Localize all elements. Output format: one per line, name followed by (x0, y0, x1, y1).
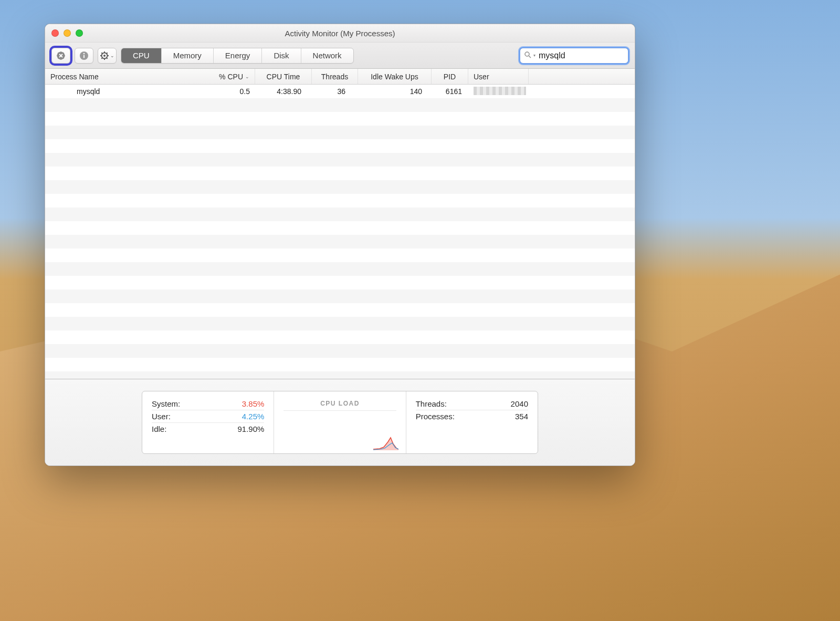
svg-point-16 (525, 52, 529, 56)
search-field[interactable]: ▾ ✕ (520, 48, 628, 64)
info-icon (79, 51, 89, 60)
info-button[interactable] (75, 48, 93, 64)
window-title: Activity Monitor (My Processes) (285, 29, 395, 38)
cell-user (468, 87, 531, 97)
stats-left: System: 3.85% User: 4.25% Idle: 91.90% (142, 391, 274, 453)
search-icon (524, 51, 531, 60)
col-pct-cpu[interactable]: % CPU ⌄ (208, 69, 255, 84)
titlebar: Activity Monitor (My Processes) (45, 24, 635, 43)
processes-value: 354 (515, 412, 528, 421)
minimize-window-button[interactable] (64, 29, 71, 37)
stop-process-button[interactable] (51, 48, 70, 64)
col-idle-wake-ups[interactable]: Idle Wake Ups (358, 69, 432, 84)
toolbar: ⌄ CPU Memory Energy Disk Network ▾ ✕ (45, 43, 635, 69)
table-row[interactable]: mysqld 0.5 4:38.90 36 140 6161 (45, 85, 635, 98)
col-user[interactable]: User (468, 69, 529, 84)
col-cpu-time[interactable]: CPU Time (255, 69, 312, 84)
svg-point-4 (83, 53, 85, 54)
cpu-load-title: CPU LOAD (284, 398, 396, 411)
threads-value: 2040 (511, 399, 528, 408)
svg-line-13 (106, 57, 107, 58)
idle-label: Idle: (152, 425, 166, 433)
column-headers: Process Name % CPU ⌄ CPU Time Threads Id… (45, 69, 635, 85)
gear-icon (100, 51, 109, 60)
svg-line-17 (529, 56, 531, 58)
cpu-load-sparkline-icon (373, 434, 398, 450)
system-label: System: (152, 399, 180, 408)
process-table[interactable]: mysqld 0.5 4:38.90 36 140 6161 (45, 85, 635, 379)
traffic-lights (51, 29, 83, 37)
cell-pid: 6161 (432, 87, 468, 96)
tab-segmented-control: CPU Memory Energy Disk Network (121, 48, 354, 64)
stop-icon (56, 51, 66, 60)
cell-idle-wake: 140 (358, 87, 432, 96)
footer: System: 3.85% User: 4.25% Idle: 91.90% C… (45, 379, 635, 465)
options-menu-button[interactable]: ⌄ (98, 48, 117, 64)
tab-cpu[interactable]: CPU (121, 48, 162, 63)
cell-pct-cpu: 0.5 (208, 87, 255, 96)
search-scope-chevron-icon[interactable]: ▾ (533, 53, 536, 58)
activity-monitor-window: Activity Monitor (My Processes) ⌄ CPU Me… (45, 24, 635, 466)
stats-right: Threads: 2040 Processes: 354 (406, 391, 538, 453)
tab-energy[interactable]: Energy (214, 48, 262, 63)
threads-label: Threads: (416, 399, 447, 408)
chevron-down-icon: ⌄ (110, 53, 114, 58)
svg-line-12 (101, 53, 102, 54)
tab-network[interactable]: Network (301, 48, 353, 63)
search-input[interactable] (539, 51, 635, 60)
user-label: User: (152, 412, 171, 421)
processes-label: Processes: (416, 412, 455, 421)
redacted-username (474, 87, 526, 95)
sort-desc-icon: ⌄ (245, 74, 249, 79)
tab-disk[interactable]: Disk (262, 48, 301, 63)
stats-panel: System: 3.85% User: 4.25% Idle: 91.90% C… (142, 391, 538, 454)
col-threads[interactable]: Threads (312, 69, 358, 84)
col-process-name[interactable]: Process Name (45, 69, 208, 84)
tab-memory[interactable]: Memory (162, 48, 214, 63)
col-pid[interactable]: PID (432, 69, 468, 84)
user-value: 4.25% (242, 412, 265, 421)
col-filler (529, 69, 635, 84)
svg-line-15 (106, 53, 107, 54)
zoom-window-button[interactable] (76, 29, 83, 37)
svg-rect-5 (83, 55, 85, 58)
idle-value: 91.90% (237, 425, 264, 433)
svg-line-14 (101, 57, 102, 58)
system-value: 3.85% (242, 399, 265, 408)
cell-threads: 36 (312, 87, 358, 96)
stats-middle: CPU LOAD (274, 391, 406, 453)
close-window-button[interactable] (51, 29, 59, 37)
cell-process-name: mysqld (45, 87, 208, 96)
svg-point-7 (103, 55, 106, 57)
cell-cpu-time: 4:38.90 (255, 87, 312, 96)
